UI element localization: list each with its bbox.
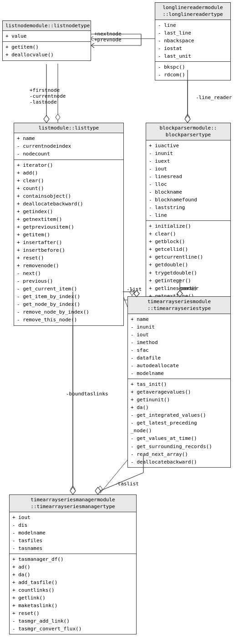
svg-marker-35 (95, 487, 101, 494)
timearrayseries-box: timearrayseriesmodule ::timearrayseriest… (127, 296, 231, 468)
longlinereader-box: longlinereadermodule ::longlinereadertyp… (155, 2, 231, 80)
longlinereader-title: longlinereadermodule ::longlinereadertyp… (155, 3, 230, 20)
svg-marker-5 (185, 114, 190, 120)
listmodule-methods: + iterator() + add() + clear() + count()… (14, 160, 123, 325)
nextprev-label: +nextnode +prevnode (94, 31, 122, 43)
tasmanager-title: timearrayseriesmanagermodule ::timearray… (10, 495, 136, 512)
firstnode-label: +firstnode -currentnode -lastnode (30, 87, 66, 105)
tasmanager-box: timearrayseriesmanagermodule ::timearray… (9, 494, 137, 634)
tasmanager-methods: + tasmanager_df() + ad() + da() + add_ta… (10, 554, 136, 634)
listnode-box: listnodemodule::listnodetype + value + g… (2, 20, 91, 61)
listnode-section-2: + getitem() + deallocvalue() (3, 42, 91, 60)
blockparser-attrs: + iuactive - inunit - iuext - iout - lin… (146, 140, 230, 221)
list-label: -list (127, 286, 142, 292)
timearrayseries-attrs: + name - inunit - iout - imethod - sfac … (128, 314, 230, 379)
svg-marker-16 (71, 486, 75, 492)
taslist-label: -taslist (115, 481, 139, 487)
listnode-title: listnodemodule::listnodetype (3, 21, 91, 31)
svg-marker-25 (185, 115, 190, 123)
svg-marker-32 (70, 487, 76, 494)
listnode-attr-value: + value (5, 32, 88, 40)
svg-marker-23 (44, 115, 49, 123)
blockparser-title: blockparsermodule:: blockparsertype (146, 123, 230, 140)
listmodule-title: listmodule::listtype (14, 123, 123, 133)
timearrayseries-methods: + tas_init() + getaveragevalues() + geti… (128, 379, 230, 467)
svg-marker-18 (98, 486, 102, 492)
listmodule-box: listmodule::listtype + name - currentnod… (14, 123, 124, 326)
svg-marker-1 (56, 114, 60, 120)
timearrayseries-title: timearrayseriesmodule ::timearrayseriest… (128, 297, 230, 314)
longlinereader-methods: - bkspc() - rdcom() (155, 62, 230, 80)
listnode-method-dealloc: + deallocvalue() (5, 51, 88, 59)
line-reader-label: -line_reader (196, 95, 232, 100)
listmodule-attrs: + name - currentnodeindex - nodecount (14, 133, 123, 160)
longlinereader-attrs: - line - last_line - nbackspace - iostat… (155, 20, 230, 62)
uml-diagram: listnodemodule::listnodetype + value + g… (0, 0, 234, 644)
parser-label: -parser (178, 285, 198, 291)
boundtaslinks-label: -boundtaslinks (66, 391, 108, 397)
listnode-section-1: + value (3, 31, 91, 42)
tasmanager-attrs: + iout - dis - modelname - tasfiles - ta… (10, 512, 136, 554)
listnode-method-getitem: + getitem() (5, 43, 88, 51)
